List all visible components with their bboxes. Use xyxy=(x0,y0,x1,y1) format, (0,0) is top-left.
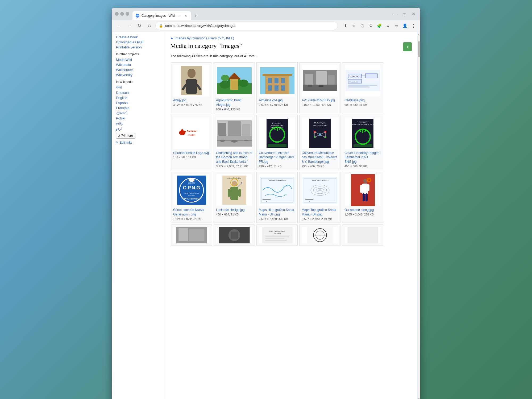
close-btn[interactable] xyxy=(126,12,129,16)
address-bar[interactable]: 🔒 commons.wikimedia.org/wiki/Category:Im… xyxy=(155,22,338,30)
image-name-ap: AP172687455785i5.jpg xyxy=(302,98,338,103)
category-header: Media in category "Images" › xyxy=(170,42,412,51)
image-item-20[interactable] xyxy=(342,225,383,246)
sidebar-link-francais[interactable]: Français xyxy=(116,105,165,110)
image-thumb-mapa-hidro: MAPA HIDROGRÁFICO A xyxy=(259,174,295,206)
extensions-icon[interactable]: ⬡ xyxy=(359,22,366,30)
image-item-lucia[interactable]: Lucia die Heilige xyxy=(214,172,255,223)
image-item-cardinal[interactable]: Cardinal Health Cardinal Health Logo.svg… xyxy=(171,115,212,170)
image-name-agroturismo: Agroturismo Buriti Alegre.jpg xyxy=(216,98,252,107)
svg-rect-50 xyxy=(228,121,241,136)
forward-btn[interactable]: → xyxy=(125,22,134,30)
sidebar-link-create-book[interactable]: Create a book xyxy=(116,35,165,40)
active-tab[interactable]: W Category:Images - Wikimedia Co... ✕ xyxy=(132,11,191,20)
image-thumb-cover-eng: ELECTRICITY: HUMANITY'S LOW CARBON FUTUR… xyxy=(345,117,381,149)
maximize-btn[interactable] xyxy=(120,12,124,16)
image-name-cover-eng: Cover Electricity Püttgen Bamberger 2021… xyxy=(344,151,381,164)
image-item-abrgy[interactable]: Abrgy.jpg 3,024 × 4,032; 775 KB xyxy=(171,62,212,113)
sidebar-toggle[interactable]: ▭ xyxy=(393,22,400,30)
sidebar-link-espanol[interactable]: Español xyxy=(116,100,165,105)
home-btn[interactable]: ⌂ xyxy=(145,22,154,30)
image-meta-christening: 3,977 × 2,983; 67.91 MB xyxy=(216,165,252,168)
sidebar-other-projects-title: In other projects xyxy=(116,52,165,56)
sidebar-link-download-pdf[interactable]: Download as PDF xyxy=(116,40,165,45)
sidebar-link-english[interactable]: English xyxy=(116,95,165,100)
image-item-ap[interactable]: AP172687455785i5.jpg 2,072 × 1,003; 420 … xyxy=(299,62,340,113)
svg-rect-136 xyxy=(265,240,286,241)
image-thumb-lucia: Lucia die Heilige xyxy=(216,174,252,206)
image-thumb-18: Ritter Paul van Ullrich (von Pattiz) xyxy=(259,227,295,243)
svg-rect-101 xyxy=(261,178,293,202)
image-item-almarina[interactable]: Almarina.co1.jpg 2,607 × 1,738; 525 KB xyxy=(256,62,298,113)
svg-rect-134 xyxy=(265,236,289,237)
svg-text:C.P.N.G: C.P.N.G xyxy=(183,185,200,190)
image-name-couverture-meca: Couverture Mécanique des structures F. V… xyxy=(302,151,338,164)
svg-text:Cardinal: Cardinal xyxy=(186,130,196,132)
svg-rect-39 xyxy=(348,86,369,88)
svg-text:DES STRUCTURES: DES STRUCTURES xyxy=(313,124,327,126)
edit-links-btn[interactable]: ✎ Edit links xyxy=(116,141,165,144)
vertical-scrollbar[interactable]: ▲ ▼ xyxy=(417,32,420,399)
image-meta-cadbase: 602 × 330; 41 KB xyxy=(344,103,381,106)
sidebar: Create a book Download as PDF Printable … xyxy=(112,32,165,399)
image-item-cpng[interactable]: Brayize C.P.N.G Cartel Panteón Nueva Gen… xyxy=(171,172,212,223)
minimize-btn[interactable] xyxy=(115,12,119,16)
image-thumb-almarina xyxy=(259,65,295,97)
minimize-window-btn[interactable]: — xyxy=(392,10,399,18)
bookmark-icon[interactable]: ☆ xyxy=(350,22,358,30)
image-item-couverture-fr[interactable]: L'électricité, au cœur de notre futur ba… xyxy=(256,115,298,170)
sidebar-link-printable[interactable]: Printable version xyxy=(116,45,165,50)
sidebar-link-wikipedia[interactable]: Wikipedia xyxy=(116,62,165,67)
back-btn[interactable]: ← xyxy=(115,22,123,30)
reload-btn[interactable]: ↻ xyxy=(135,22,144,30)
svg-rect-117 xyxy=(360,185,363,193)
restore-window-btn[interactable]: ▭ xyxy=(401,10,408,18)
image-item-agroturismo[interactable]: Agroturismo Buriti Alegre.jpg 960 × 640;… xyxy=(214,62,255,113)
share-icon[interactable]: ⬆ xyxy=(342,22,349,30)
image-item-mapa-topo[interactable]: MAPA TOPOGRÁFICO A Mapa Topográfico Sant… xyxy=(299,172,340,223)
new-tab-btn[interactable]: + xyxy=(192,12,200,20)
image-name-almarina: Almarina.co1.jpg xyxy=(259,98,295,103)
sidebar-link-wikisource[interactable]: Wikisource xyxy=(116,67,165,72)
list-icon[interactable]: ≡ xyxy=(384,22,392,30)
image-item-17[interactable] xyxy=(214,225,255,246)
translate-more-btn[interactable]: 𝐴 74 more xyxy=(116,133,135,139)
scroll-thumb[interactable] xyxy=(418,41,420,57)
image-item-mapa-hidro[interactable]: MAPA HIDROGRÁFICO A Mapa Hidrográfico Sa… xyxy=(256,172,298,223)
sidebar-link-deutsch[interactable]: Deutsch xyxy=(116,90,165,95)
image-item-19[interactable] xyxy=(299,225,340,246)
sidebar-link-urdu[interactable]: اردو xyxy=(116,126,165,131)
image-item-oussmane[interactable]: Oussmane dieng.jpg 1,365 × 2,048; 228 KB xyxy=(342,172,383,223)
sidebar-link-polski[interactable]: Polski xyxy=(116,116,165,121)
sidebar-link-bangla[interactable]: বাংলা xyxy=(116,85,165,90)
image-thumb-16 xyxy=(173,227,209,243)
settings-icon[interactable]: ⚙ xyxy=(367,22,375,30)
content-area[interactable]: ► Images by Commons users (5 C, 84 F) Me… xyxy=(165,32,417,399)
svg-text:C/DBASE: C/DBASE xyxy=(349,75,358,78)
tab-close-btn[interactable]: ✕ xyxy=(184,14,188,18)
menu-icon[interactable]: ⋮ xyxy=(410,22,417,30)
image-item-christening[interactable]: Christening and launch of the Gordon Arm… xyxy=(214,115,255,170)
image-item-cadbase[interactable]: C/DBASE Component CADBase.png 602 × 330;… xyxy=(342,62,383,113)
puzzle-icon[interactable]: 🧩 xyxy=(376,22,383,30)
image-item-couverture-meca[interactable]: MÉCANIQUE DES STRUCTURES xyxy=(299,115,340,170)
close-window-btn[interactable]: ✕ xyxy=(410,10,417,18)
profile-icon[interactable]: 👤 xyxy=(401,22,409,30)
svg-rect-61 xyxy=(268,144,286,147)
sidebar-link-wikiversity[interactable]: Wikiversity xyxy=(116,72,165,77)
image-item-16[interactable] xyxy=(171,225,212,246)
sidebar-link-tamil[interactable]: தமிழ் xyxy=(116,121,165,126)
image-name-christening: Christening and launch of the Gordon Arm… xyxy=(216,151,252,164)
image-item-18[interactable]: Ritter Paul van Ullrich (von Pattiz) xyxy=(256,225,298,246)
image-name-mapa-topo: Mapa Topográfico Santa Maria - DF.png xyxy=(302,208,338,217)
images-by-commons-link[interactable]: ► Images by Commons users (5 C, 84 F) xyxy=(170,36,234,40)
svg-text:Health: Health xyxy=(188,134,195,136)
svg-rect-19 xyxy=(281,78,285,83)
lock-icon: 🔒 xyxy=(159,24,163,28)
sidebar-link-mediawiki[interactable]: MediaWiki xyxy=(116,57,165,62)
sidebar-link-gujarati[interactable]: ગુજરાતી xyxy=(116,110,165,116)
svg-text:W: W xyxy=(136,15,139,17)
image-item-cover-eng[interactable]: ELECTRICITY: HUMANITY'S LOW CARBON FUTUR… xyxy=(342,115,383,170)
image-meta-cardinal: 153 × 56; 101 KB xyxy=(173,156,210,159)
next-page-btn[interactable]: › xyxy=(403,42,412,51)
